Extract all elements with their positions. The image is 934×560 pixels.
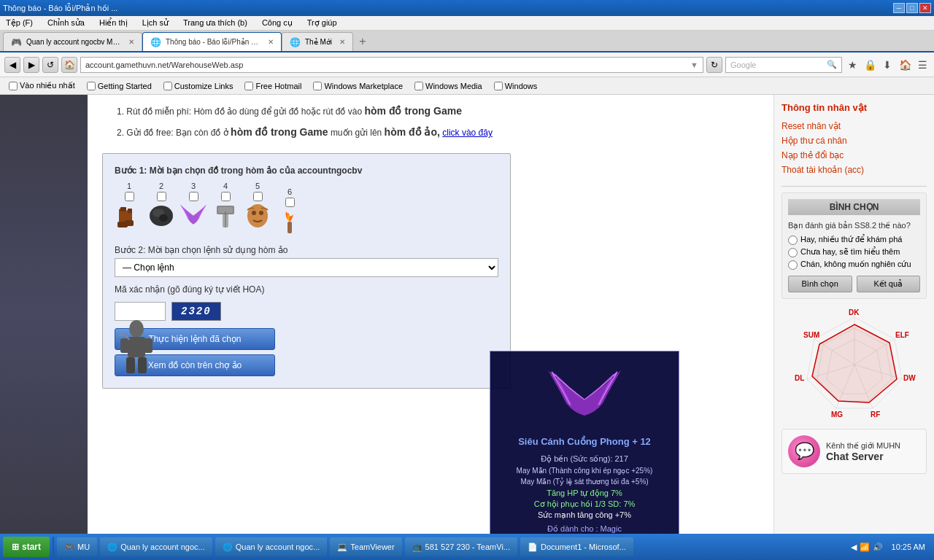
instruction-1: 1. Rút đồ miễn phí: Hòm đồ ảo dùng để gử… — [117, 102, 759, 120]
menu-edit[interactable]: Chỉnh sửa — [45, 17, 88, 29]
close-button[interactable]: ✕ — [919, 3, 931, 13]
star-icon[interactable]: ★ — [845, 58, 860, 72]
bookmark-1[interactable]: Getting Started — [84, 80, 155, 92]
bookmark-4[interactable]: Windows Marketplace — [310, 80, 406, 92]
tray-volume: 🔊 — [873, 542, 883, 552]
bookmark-6[interactable]: Windows — [491, 80, 541, 92]
vote-option-1-label: Chưa hay, sẽ tìm hiểu thêm — [800, 247, 900, 257]
minimize-button[interactable]: ─ — [893, 3, 905, 13]
item-5-checkbox[interactable] — [253, 192, 263, 201]
bookmark-5-checkbox[interactable] — [414, 82, 423, 90]
item-3-container — [179, 192, 208, 230]
taskbar-4-icon: 📺 — [412, 542, 422, 552]
bookmark-3-checkbox[interactable] — [244, 82, 253, 90]
chat-banner[interactable]: 💬 Kênh thế giới MUHN Chat Server — [781, 429, 927, 474]
tray-arrow[interactable]: ◀ — [851, 542, 857, 552]
bookmark-2-checkbox[interactable] — [163, 82, 172, 90]
vote-radio-2[interactable] — [788, 260, 798, 270]
maximize-button[interactable]: □ — [906, 3, 918, 13]
action-buttons: Thực hiện lệnh đã chọn Xem đồ còn trên c… — [115, 328, 498, 376]
item-4-container — [211, 192, 240, 230]
home2-icon[interactable]: 🏠 — [898, 58, 912, 72]
menu-icon[interactable]: ☰ — [915, 58, 930, 72]
refresh-icon[interactable]: ↻ — [706, 57, 722, 73]
captcha-input-row: 2320 — [115, 302, 498, 321]
url-box[interactable]: account.gamethuvn.net/WarehouseWeb.asp ▼ — [80, 57, 703, 73]
item-1-number: 1 — [127, 182, 131, 190]
vote-result-button[interactable]: Kết quả — [857, 276, 921, 292]
bookmark-4-checkbox[interactable] — [313, 82, 322, 90]
item-1-img[interactable] — [115, 201, 144, 230]
menu-history[interactable]: Lịch sử — [139, 17, 171, 29]
svg-point-15 — [259, 211, 263, 215]
item-2-img[interactable] — [147, 201, 176, 230]
item-slot-4: 4 — [211, 182, 240, 236]
search-box[interactable]: Google 🔍 — [725, 57, 842, 73]
item-3-checkbox[interactable] — [189, 192, 198, 201]
taskbar-item-1[interactable]: 🌐 Quan ly account ngoc... — [100, 537, 212, 556]
item-2-checkbox[interactable] — [157, 192, 166, 201]
bookmark-5[interactable]: Windows Media — [412, 80, 485, 92]
start-button[interactable]: ⊞ start — [3, 537, 50, 557]
menu-tools[interactable]: Công cụ — [259, 17, 296, 29]
item-6-checkbox[interactable] — [285, 198, 295, 207]
bookmark-3[interactable]: Free Hotmail — [242, 80, 304, 92]
taskbar-item-5[interactable]: 📄 Document1 - Microsof... — [520, 537, 633, 556]
vote-radio-0[interactable] — [788, 236, 798, 245]
taskbar-item-mu[interactable]: 🎮 MU — [57, 537, 97, 556]
bookmark-2-label: Customize Links — [174, 82, 234, 90]
svg-point-17 — [129, 320, 144, 338]
back-button[interactable]: ◀ — [4, 57, 20, 73]
link-recharge[interactable]: Nạp thẻ đổi bạc — [781, 148, 927, 163]
tab-0[interactable]: 🎮 Quan ly account ngocbv MU S... ✕ — [3, 32, 142, 51]
instruction-2-link[interactable]: click vào đây — [442, 128, 493, 138]
taskbar-item-3[interactable]: 💻 TeamViewer — [330, 537, 401, 556]
menu-help[interactable]: Trợ giúp — [304, 17, 340, 29]
vote-radio-1[interactable] — [788, 248, 798, 257]
item-3-img[interactable] — [179, 201, 208, 230]
lock-icon[interactable]: 🔒 — [862, 58, 877, 72]
taskbar-item-2[interactable]: 🌐 Quan ly account ngoc... — [215, 537, 328, 556]
item-1-checkbox[interactable] — [125, 192, 134, 201]
instruction-2-bold2: hòm đồ ảo, — [385, 126, 440, 138]
vote-section: BÌNH CHỌN Bạn đánh giá bản SS8.2 thế nào… — [781, 192, 927, 299]
link-logout[interactable]: Thoát tài khoản (acc) — [781, 163, 927, 177]
tab-2-close[interactable]: ✕ — [339, 38, 345, 46]
bookmark-0-checkbox[interactable] — [9, 82, 18, 90]
menu-file[interactable]: Tệp (F) — [3, 17, 36, 29]
tab-2[interactable]: 🌐 Thẻ Mới ✕ — [282, 32, 353, 51]
command-select[interactable]: — Chọn lệnh — [115, 258, 498, 277]
instruction-1-text: 1. Rút đồ miễn phí: Hòm đồ ảo dùng để gử… — [117, 106, 365, 117]
link-reset[interactable]: Reset nhân vật — [781, 119, 927, 133]
menu-favorites[interactable]: Trang ưa thích (b) — [180, 17, 250, 29]
forward-button[interactable]: ▶ — [23, 57, 39, 73]
new-tab-button[interactable]: + — [353, 32, 372, 51]
bookmark-2[interactable]: Customize Links — [161, 80, 236, 92]
bookmark-6-label: Windows — [505, 82, 538, 90]
tab-1-close[interactable]: ✕ — [268, 38, 274, 46]
bookmark-1-checkbox[interactable] — [87, 82, 96, 90]
reload-button[interactable]: ↺ — [42, 57, 58, 73]
link-mailbox[interactable]: Hộp thư cá nhân — [781, 133, 927, 148]
item-4-checkbox[interactable] — [221, 192, 231, 201]
bookmark-4-label: Windows Marketplace — [324, 82, 403, 90]
tooltip-durability: Độ bền (Sức sống): 217 — [502, 454, 667, 464]
tab-0-close[interactable]: ✕ — [128, 38, 134, 46]
item-5-img[interactable] — [243, 201, 272, 230]
url-dropdown[interactable]: ▼ — [690, 61, 698, 69]
bookmark-0[interactable]: Vào nhiều nhất — [6, 79, 78, 92]
taskbar-3-label: TeamViewer — [350, 542, 394, 551]
taskbar-item-4[interactable]: 📺 581 527 230 - TeamVi... — [405, 537, 517, 556]
item-1-container — [115, 192, 144, 230]
item-6-img[interactable] — [275, 207, 304, 236]
menu-view[interactable]: Hiển thị — [96, 17, 131, 29]
bookmark-6-checkbox[interactable] — [494, 82, 503, 90]
taskbar-1-icon: 🌐 — [107, 542, 117, 552]
tab-1[interactable]: 🌐 Thông báo - Báo lỗi/Phản hồi ... ✕ — [142, 32, 282, 51]
download-icon[interactable]: ⬇ — [880, 58, 895, 72]
vote-submit-button[interactable]: Bình chọn — [788, 276, 852, 292]
home-button[interactable]: 🏠 — [61, 57, 77, 73]
item-4-img[interactable] — [211, 201, 240, 230]
svg-rect-4 — [128, 209, 132, 213]
search-icon[interactable]: 🔍 — [827, 60, 837, 69]
